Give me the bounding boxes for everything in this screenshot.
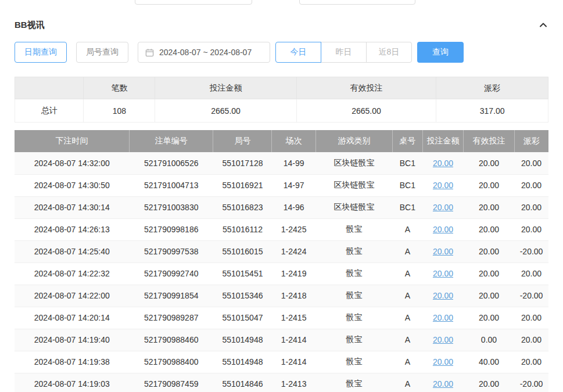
quick-range-last8days[interactable]: 近8日 [366, 42, 412, 63]
section-header: BB视讯 [15, 17, 548, 33]
cell-valid: 20.00 [464, 152, 514, 174]
summary-total-valid-bet: 2665.00 [296, 99, 436, 123]
cell-bet: 20.00 [422, 351, 464, 373]
cell-order: 521791006526 [130, 152, 213, 174]
cell-time: 2024-08-07 14:25:40 [15, 240, 130, 262]
cell-order: 521791003830 [130, 196, 213, 218]
cell-session: 1-2415 [272, 307, 315, 329]
cell-session: 1-2413 [272, 373, 315, 392]
table-row: 2024-08-07 14:22:00521790991854551015346… [15, 285, 548, 307]
cell-bet: 20.00 [422, 218, 464, 240]
cell-payout: 20.00 [514, 174, 548, 196]
cell-round: 551014846 [213, 373, 272, 392]
cell-game: 骰宝 [315, 262, 392, 285]
header-game-type: 游戏类别 [315, 130, 392, 152]
top-select-right[interactable] [299, 0, 415, 5]
bet-amount-link[interactable]: 20.00 [433, 335, 453, 344]
bet-amount-link[interactable]: 20.00 [433, 313, 453, 322]
cell-table-no: A [393, 262, 422, 285]
cell-game: 骰宝 [315, 218, 392, 240]
section-title: BB视讯 [15, 20, 45, 31]
cell-table-no: A [393, 307, 422, 329]
cell-game: 骰宝 [315, 285, 392, 307]
cell-order: 521791004713 [130, 174, 213, 196]
cell-payout: 20.00 [514, 262, 548, 285]
bet-amount-link[interactable]: 20.00 [433, 357, 453, 366]
bet-amount-link[interactable]: 20.00 [433, 269, 453, 278]
quick-range-yesterday[interactable]: 昨日 [321, 42, 367, 63]
summary-header-valid-bet: 有效投注 [296, 77, 436, 99]
cell-session: 1-2414 [272, 351, 315, 373]
bet-amount-link[interactable]: 20.00 [433, 181, 453, 190]
cell-session: 1-2418 [272, 285, 315, 307]
cell-order: 521790987459 [130, 373, 213, 392]
bet-amount-link[interactable]: 20.00 [433, 225, 453, 234]
cell-session: 14-99 [272, 152, 315, 174]
cell-payout: 20.00 [514, 218, 548, 240]
cell-session: 1-2424 [272, 240, 315, 262]
cell-bet: 20.00 [422, 262, 464, 285]
chevron-up-icon[interactable] [538, 20, 548, 30]
quick-range-today[interactable]: 今日 [275, 42, 321, 63]
cell-game: 区块链骰宝 [315, 196, 392, 218]
table-row: 2024-08-07 14:19:03521790987459551014846… [15, 373, 548, 392]
cell-game: 区块链骰宝 [315, 152, 392, 174]
cell-table-no: A [393, 285, 422, 307]
cell-round: 551015451 [213, 262, 272, 285]
summary-header-blank [15, 77, 84, 99]
cell-time: 2024-08-07 14:22:32 [15, 262, 130, 285]
cell-valid: 20.00 [464, 174, 514, 196]
summary-table: 笔数 投注金额 有效投注 派彩 总计 108 2665.00 2665.00 3… [15, 77, 548, 123]
cell-bet: 20.00 [422, 196, 464, 218]
date-range-picker[interactable]: 2024-08-07 ~ 2024-08-07 [138, 42, 270, 63]
bet-amount-link[interactable]: 20.00 [433, 379, 453, 389]
cell-table-no: BC1 [393, 152, 422, 174]
cell-order: 521790989287 [130, 307, 213, 329]
cell-valid: 20.00 [464, 285, 514, 307]
cell-round: 551016112 [213, 218, 272, 240]
cell-order: 521790988400 [130, 351, 213, 373]
summary-total-count: 108 [84, 99, 155, 123]
round-query-tab[interactable]: 局号查询 [76, 42, 128, 63]
header-round-id: 局号 [213, 130, 272, 152]
calendar-icon [145, 48, 154, 57]
cell-order: 521790988460 [130, 329, 213, 351]
cell-payout: 20.00 [514, 351, 548, 373]
table-row: 2024-08-07 14:26:13521790998186551016112… [15, 218, 548, 240]
bet-report-page: BB视讯 日期查询 局号查询 2024-08-07 ~ 2024-08-07 今… [0, 0, 563, 392]
cell-bet: 20.00 [422, 152, 464, 174]
summary-total-row: 总计 108 2665.00 2665.00 317.00 [15, 99, 548, 123]
table-row: 2024-08-07 14:25:40521790997538551016015… [15, 240, 548, 262]
cell-game: 骰宝 [315, 351, 392, 373]
cell-round: 551015346 [213, 285, 272, 307]
top-select-left[interactable] [135, 0, 252, 5]
bet-amount-link[interactable]: 20.00 [433, 247, 453, 256]
cell-valid: 20.00 [464, 196, 514, 218]
cell-valid: 20.00 [464, 262, 514, 285]
cell-time: 2024-08-07 14:19:40 [15, 329, 130, 351]
cell-order: 521790997538 [130, 240, 213, 262]
date-query-tab[interactable]: 日期查询 [15, 42, 67, 63]
cell-time: 2024-08-07 14:30:50 [15, 174, 130, 196]
cell-bet: 20.00 [422, 329, 464, 351]
bet-table-body: 2024-08-07 14:32:00521791006526551017128… [15, 152, 548, 392]
header-payout: 派彩 [514, 130, 548, 152]
cell-round: 551017128 [213, 152, 272, 174]
cell-payout: -20.00 [514, 240, 548, 262]
cell-payout: 20.00 [514, 307, 548, 329]
header-order-id: 注单编号 [130, 130, 213, 152]
cell-table-no: BC1 [393, 196, 422, 218]
cell-bet: 20.00 [422, 373, 464, 392]
cell-session: 1-2414 [272, 329, 315, 351]
cell-round: 551015047 [213, 307, 272, 329]
table-row: 2024-08-07 14:20:14521790989287551015047… [15, 307, 548, 329]
cell-game: 区块链骰宝 [315, 174, 392, 196]
date-range-value: 2024-08-07 ~ 2024-08-07 [159, 48, 252, 57]
cell-session: 14-97 [272, 174, 315, 196]
cell-bet: 20.00 [422, 240, 464, 262]
bet-amount-link[interactable]: 20.00 [433, 203, 453, 212]
bet-amount-link[interactable]: 20.00 [433, 291, 453, 300]
bet-amount-link[interactable]: 20.00 [433, 159, 453, 168]
cell-session: 1-2419 [272, 262, 315, 285]
search-button[interactable]: 查询 [417, 42, 464, 63]
